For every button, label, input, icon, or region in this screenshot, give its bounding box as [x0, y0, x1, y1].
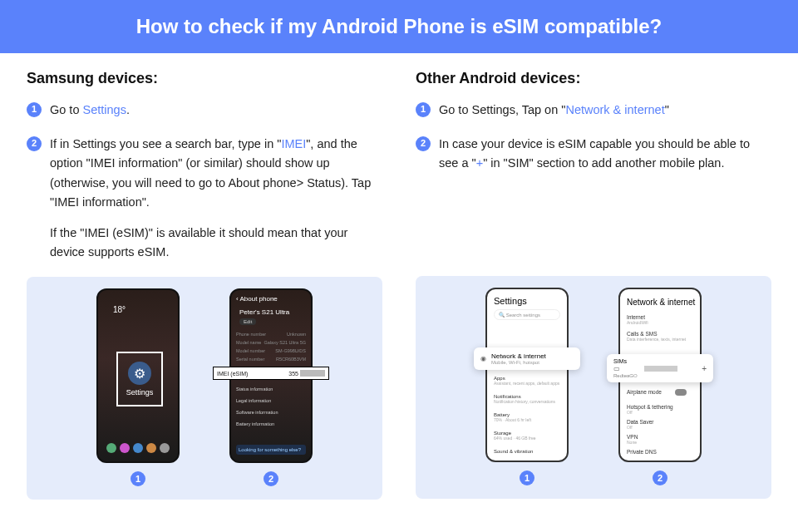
row: Data Saver [627, 419, 654, 425]
samsung-step-1: 1 Go to Settings. [27, 101, 382, 120]
imei-esim-row: IMEI (eSIM) 355 [213, 367, 329, 380]
step-text: In case your device is eSIM capable you … [439, 135, 771, 173]
other-heading: Other Android devices: [416, 70, 771, 87]
shot-badge: 2 [653, 470, 667, 485]
sim-label: SIMs [613, 358, 707, 364]
text: " in "SIM" section to add another mobile… [483, 156, 724, 170]
value: SM-G998U/DS [275, 348, 306, 353]
settings-label: Settings [126, 388, 154, 397]
main-content: Samsung devices: 1 Go to Settings. 2 If … [0, 53, 798, 500]
row: Storage [494, 431, 511, 436]
sub: 70% · About 6 hr left [494, 417, 560, 422]
row: Airplane mode [627, 389, 662, 395]
settings-highlight: Settings [116, 352, 163, 406]
plus-link[interactable]: + [476, 156, 483, 170]
step-badge-2: 2 [27, 136, 42, 151]
text: Go to Settings, Tap on " [439, 103, 565, 116]
network-link[interactable]: Network & internet [565, 103, 664, 116]
other-step-2: 2 In case your device is eSIM capable yo… [416, 135, 771, 173]
sub: 64% used · 46 GB free [494, 436, 560, 441]
settings-title: Settings [494, 296, 527, 306]
phone-mockup: ‹ About phone Peter's S21 Ultra Edit Pho… [229, 288, 313, 463]
step-badge-2: 2 [416, 136, 431, 151]
imei-masked [300, 370, 325, 377]
step-text: Go to Settings. [50, 101, 382, 120]
text: Go to [50, 103, 83, 116]
toggle-icon [675, 389, 687, 396]
row: Legal information [236, 398, 271, 403]
other-step-1: 1 Go to Settings, Tap on "Network & inte… [416, 101, 771, 120]
page-title: How to check if my Android Phone is eSIM… [0, 0, 798, 53]
about-phone-header: ‹ About phone [236, 295, 278, 303]
search-placeholder: Search settings [506, 313, 540, 318]
step-badge-1: 1 [27, 102, 42, 117]
step-text: Go to Settings, Tap on "Network & intern… [439, 101, 771, 120]
samsung-step-2: 2 If in Settings you see a search bar, t… [27, 135, 382, 262]
step-extra-text: If the "IMEI (eSIM)" is available it sho… [50, 224, 382, 262]
sim-carrier: RedteaGO [613, 373, 707, 378]
gear-icon [128, 362, 151, 385]
shot-badge: 1 [131, 471, 145, 486]
sub: Notification history, conversations [494, 399, 560, 404]
samsung-column: Samsung devices: 1 Go to Settings. 2 If … [27, 70, 382, 500]
sub: Off [627, 410, 693, 415]
sub: Data interference, texts, internet [627, 337, 693, 342]
step-text: If in Settings you see a search bar, typ… [50, 135, 382, 262]
samsung-shot-2: ‹ About phone Peter's S21 Ultra Edit Pho… [229, 288, 313, 486]
plus-icon: + [702, 364, 707, 373]
other-shot-1: Settings 🔍 Search settings Network & int… [485, 288, 569, 485]
other-shot-2: Network & internet InternetAndroidWifi C… [618, 288, 702, 485]
value: Unknown [287, 332, 306, 337]
row: Internet [627, 314, 645, 320]
row: Apps [494, 376, 505, 381]
row: Notifications [494, 394, 521, 399]
label: Phone number [236, 332, 266, 337]
row: Hotspot & tethering [627, 404, 673, 410]
device-name: Peter's S21 Ultra [239, 308, 289, 316]
text: . [126, 103, 130, 116]
row: Battery [494, 412, 510, 417]
settings-link[interactable]: Settings [83, 103, 126, 116]
sub: Off [627, 425, 693, 430]
label: Model number [236, 348, 265, 353]
value: R5CR60B3VM [276, 357, 306, 362]
sub: None [627, 440, 693, 445]
edit-button: Edit [239, 318, 256, 325]
value: Galaxy S21 Ultra 5G [264, 340, 306, 345]
row: Sound & vibration [494, 449, 533, 454]
network-title: Network & internet [627, 298, 695, 307]
wifi-icon [480, 355, 486, 362]
app-dock [105, 443, 171, 456]
row: Private DNS [627, 449, 657, 455]
sim-masked [644, 366, 677, 372]
step-badge-1: 1 [416, 102, 431, 117]
other-column: Other Android devices: 1 Go to Settings,… [416, 70, 771, 500]
tip-card: Looking for something else? [236, 445, 306, 455]
row: Status information [236, 387, 273, 392]
net-label: Network & internet [491, 352, 546, 360]
row: VPN [627, 434, 638, 440]
net-sub: Mobile, Wi-Fi, hotspot [491, 360, 546, 365]
imei-prefix: 355 [288, 371, 298, 377]
imei-label: IMEI (eSIM) [217, 371, 248, 377]
sim-card: SIMs + RedteaGO [607, 354, 713, 382]
label: Serial number [236, 357, 264, 362]
row: Calls & SMS [627, 331, 657, 337]
samsung-shot-1: 18° Settings 1 [96, 288, 180, 486]
sub: AndroidWifi [627, 320, 693, 325]
weather-widget: 18° [113, 305, 126, 314]
text: " [665, 103, 669, 116]
search-bar: 🔍 Search settings [494, 309, 560, 320]
row: Battery information [236, 421, 274, 426]
phone-mockup: 18° Settings [96, 288, 180, 463]
phone-mockup: Settings 🔍 Search settings Network & int… [485, 288, 569, 462]
shot-badge: 2 [264, 471, 278, 486]
shot-badge: 1 [520, 470, 534, 485]
network-card: Network & internetMobile, Wi-Fi, hotspot [474, 347, 580, 370]
label: Model name [236, 340, 261, 345]
sim-icon [613, 365, 620, 372]
phone-mockup: Network & internet InternetAndroidWifi C… [618, 288, 702, 462]
other-screenshots: Settings 🔍 Search settings Network & int… [416, 276, 771, 499]
sub: Assistant, recent apps, default apps [494, 381, 560, 386]
imei-link[interactable]: IMEI [281, 137, 306, 150]
